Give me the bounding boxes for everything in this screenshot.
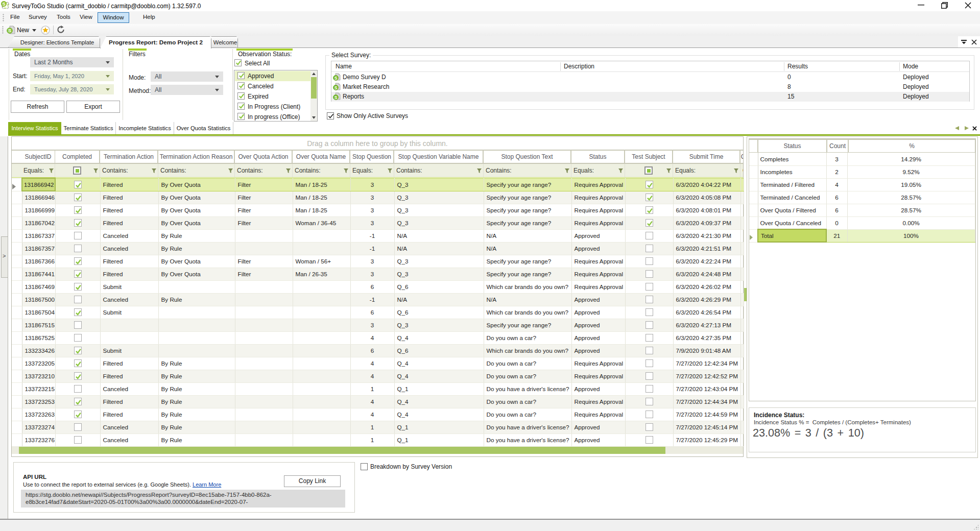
svg-text:S: S xyxy=(2,2,5,7)
svg-text:S: S xyxy=(8,28,11,33)
svg-text:S: S xyxy=(334,85,338,90)
svg-text:S: S xyxy=(334,76,338,81)
svg-text:S: S xyxy=(334,95,338,100)
